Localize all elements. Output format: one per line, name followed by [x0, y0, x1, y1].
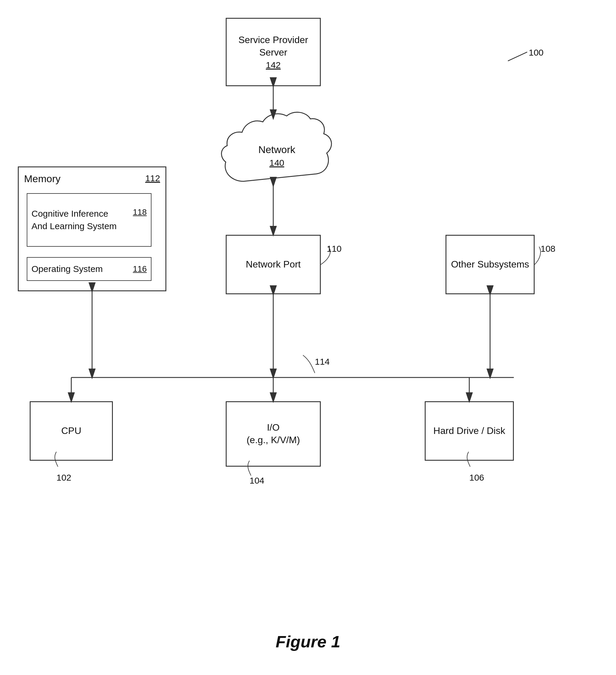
cpu-label: CPU — [61, 425, 81, 437]
os-box: Operating System 116 — [27, 257, 152, 281]
ref-114: 114 — [315, 357, 330, 367]
svg-text:140: 140 — [269, 158, 284, 168]
memory-label: Memory — [24, 172, 61, 185]
cpu-box: CPU — [30, 401, 113, 461]
server-ref: 142 — [266, 60, 281, 70]
figure-caption: Figure 1 — [0, 632, 616, 651]
svg-text:Network: Network — [258, 144, 296, 155]
cognitive-box: Cognitive InferenceAnd Learning System 1… — [27, 193, 152, 247]
server-box: Service Provider Server 142 — [226, 18, 321, 86]
os-ref: 116 — [133, 264, 147, 274]
cognitive-label: Cognitive InferenceAnd Learning System — [31, 208, 117, 232]
network-port-box: Network Port — [226, 235, 321, 294]
io-label: I/O(e.g., K/V/M) — [247, 422, 300, 446]
ref-102: 102 — [57, 472, 71, 483]
server-label: Service Provider Server — [227, 34, 320, 59]
ref-106: 106 — [469, 472, 484, 483]
svg-line-14 — [508, 52, 527, 61]
diagram-ref-100: 100 — [529, 48, 543, 58]
os-label: Operating System — [31, 264, 133, 274]
diagram: Service Provider Server 142 Memory 112 C… — [0, 0, 616, 675]
cognitive-ref: 118 — [133, 208, 147, 217]
diagram-svg: Network 140 — [0, 0, 616, 675]
network-port-label: Network Port — [246, 258, 301, 271]
ref-104: 104 — [250, 475, 264, 486]
hd-label: Hard Drive / Disk — [433, 425, 505, 437]
ref-108: 108 — [541, 244, 555, 254]
memory-ref: 112 — [145, 173, 160, 185]
network-cloud: Network 140 — [222, 112, 332, 181]
ref-110: 110 — [327, 244, 342, 254]
io-box: I/O(e.g., K/V/M) — [226, 401, 321, 467]
other-subsystems-box: Other Subsystems — [445, 235, 535, 294]
other-label: Other Subsystems — [451, 258, 529, 271]
hard-drive-box: Hard Drive / Disk — [425, 401, 514, 461]
